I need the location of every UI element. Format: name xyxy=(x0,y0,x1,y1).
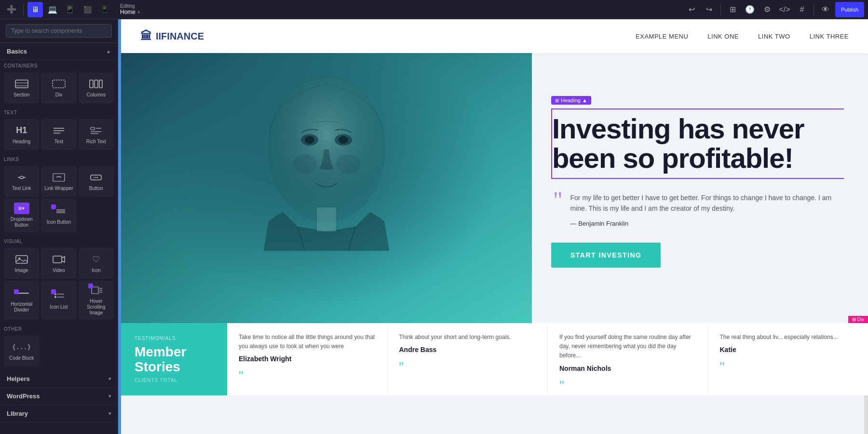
hover-scroll-icon xyxy=(88,285,104,296)
basics-chevron: ▲ xyxy=(106,49,111,54)
start-investing-button[interactable]: START INVESTING xyxy=(551,243,661,268)
clock-icon[interactable]: 🕐 xyxy=(742,2,758,17)
testi-card-4-name: Katie xyxy=(720,346,857,353)
testimonials-cards: Take time to notice all the little thing… xyxy=(227,323,868,395)
wordpress-section-header[interactable]: WordPress ▾ xyxy=(0,388,118,405)
component-h-divider[interactable]: Horizontal Divider xyxy=(4,281,39,320)
component-text-link[interactable]: Text Link xyxy=(4,166,39,197)
add-icon[interactable]: ➕ xyxy=(4,2,19,17)
text-icon xyxy=(51,125,67,136)
helpers-label: Helpers xyxy=(7,375,30,382)
top-toolbar: ➕ 🖥 💻 📱 ⬛ 📱 Editing Home ▾ ↩ ↪ ⊞ 🕐 ⚙ </>… xyxy=(0,0,868,19)
hash-icon[interactable]: # xyxy=(794,2,810,17)
testi-card-4: The real thing about liv... especially r… xyxy=(708,323,868,395)
div-badge[interactable]: ⊞ Div xyxy=(848,316,868,323)
svg-rect-5 xyxy=(95,80,98,88)
other-grid: {...} Code Block xyxy=(0,332,118,370)
component-icon-button[interactable]: Icon Button xyxy=(41,199,76,232)
component-hover-scroll[interactable]: Hover Scrolling Image xyxy=(79,281,114,320)
preview-icon[interactable]: 👁 xyxy=(818,2,833,17)
site-nav-links: EXAMPLE MENU LINK ONE LINK TWO LINK THRE… xyxy=(636,33,849,40)
section-icon xyxy=(14,78,29,90)
testimonials-badge: TESTIMONIALS xyxy=(135,336,214,341)
component-columns[interactable]: Columns xyxy=(79,72,114,103)
library-section-header[interactable]: Library ▾ xyxy=(0,405,118,422)
desktop-view-icon[interactable]: 🖥 xyxy=(27,2,43,17)
sidebar-scroll: Basics ▲ Containers Section xyxy=(0,43,118,434)
logo-icon: 🏛 xyxy=(140,29,152,43)
hover-scroll-label: Hover Scrolling Image xyxy=(81,298,112,316)
basics-label: Basics xyxy=(7,48,27,55)
component-icon-list[interactable]: Icon List xyxy=(41,281,76,320)
nav-link-three[interactable]: LINK THREE xyxy=(810,33,849,40)
redo-icon[interactable]: ↪ xyxy=(701,2,717,17)
columns-icon xyxy=(88,78,104,90)
component-video[interactable]: Video xyxy=(41,248,76,279)
nav-link-example-menu[interactable]: EXAMPLE MENU xyxy=(636,33,688,40)
quote-block: " For my life to get better I have to ge… xyxy=(551,192,844,227)
undo-icon[interactable]: ↩ xyxy=(684,2,699,17)
heading-badge[interactable]: ⊞ Heading ▲ xyxy=(551,96,591,105)
search-input[interactable] xyxy=(6,24,112,38)
visual-label: Visual xyxy=(0,236,118,244)
laptop-view-icon[interactable]: 💻 xyxy=(45,2,60,17)
nav-link-two[interactable]: LINK TWO xyxy=(758,33,790,40)
wordpress-chevron: ▾ xyxy=(108,393,111,399)
svg-rect-4 xyxy=(90,80,93,88)
div-icon xyxy=(51,78,67,90)
nav-link-one[interactable]: LINK ONE xyxy=(707,33,739,40)
testi-card-2-name: Andre Bass xyxy=(399,346,536,353)
dropdown-button-icon: ⊞▾ xyxy=(14,203,29,214)
button-icon xyxy=(88,172,104,183)
quote-marks-icon: " xyxy=(553,189,563,227)
basics-section: Basics ▲ Containers Section xyxy=(0,43,118,370)
separator-2 xyxy=(720,4,721,15)
component-rich-text[interactable]: Rich Text xyxy=(79,119,114,150)
testi-card-2: Think about your short and long-term goa… xyxy=(388,323,548,395)
component-dropdown-button[interactable]: ⊞▾ Dropdown Button xyxy=(4,199,39,232)
svg-point-44 xyxy=(293,154,317,174)
editing-text: Editing xyxy=(120,3,140,9)
tablet-view-icon[interactable]: 📱 xyxy=(62,2,78,17)
component-heading[interactable]: H1 Heading xyxy=(4,119,39,150)
component-code-block[interactable]: {...} Code Block xyxy=(4,336,39,366)
component-link-wrapper[interactable]: Link Wrapper xyxy=(41,166,76,197)
heading-icon: H1 xyxy=(14,125,29,136)
grid-icon[interactable]: ⊞ xyxy=(725,2,740,17)
settings-icon[interactable]: ⚙ xyxy=(760,2,775,17)
library-chevron: ▾ xyxy=(108,411,111,416)
editing-page[interactable]: Home ▾ xyxy=(120,9,140,15)
video-label: Video xyxy=(53,268,65,273)
svg-rect-22 xyxy=(16,256,27,263)
quote-text: For my life to get better I have to get … xyxy=(570,192,844,214)
component-icon[interactable]: ♡ Icon xyxy=(79,248,114,279)
svg-point-42 xyxy=(339,136,348,144)
site-heading: Investing has never been so profitable! xyxy=(552,114,844,173)
icon-list-icon xyxy=(51,290,67,302)
component-text[interactable]: Text xyxy=(41,119,76,150)
tablet-landscape-icon[interactable]: ⬛ xyxy=(80,2,95,17)
icon-label: Icon xyxy=(92,268,101,273)
dropdown-button-label: Dropdown Button xyxy=(6,217,37,228)
publish-icon[interactable]: Publish xyxy=(835,2,864,17)
quote-content: For my life to get better I have to get … xyxy=(570,192,844,227)
h-divider-label: Horizontal Divider xyxy=(6,301,37,313)
testi-card-1-name: Elizabeth Wright xyxy=(239,355,376,363)
basics-section-header[interactable]: Basics ▲ xyxy=(0,43,118,60)
component-image[interactable]: Image xyxy=(4,248,39,279)
testimonials-sub: CLIENTS TOTAL xyxy=(135,378,214,383)
h-divider-icon xyxy=(14,287,29,299)
code-icon[interactable]: </> xyxy=(777,2,792,17)
text-label-item: Text xyxy=(54,139,63,145)
link-wrapper-label: Link Wrapper xyxy=(44,186,73,191)
mobile-view-icon[interactable]: 📱 xyxy=(97,2,112,17)
image-icon xyxy=(14,254,29,265)
helpers-section-header[interactable]: Helpers ▾ xyxy=(0,370,118,388)
component-section[interactable]: Section xyxy=(4,72,39,103)
component-div[interactable]: Div xyxy=(41,72,76,103)
testimonials-section: TESTIMONIALS Member Stories CLIENTS TOTA… xyxy=(121,323,868,395)
component-button[interactable]: Button xyxy=(79,166,114,197)
text-link-icon xyxy=(14,172,29,183)
text-label: Text xyxy=(0,107,118,115)
editing-label: Editing Home ▾ xyxy=(120,3,140,15)
